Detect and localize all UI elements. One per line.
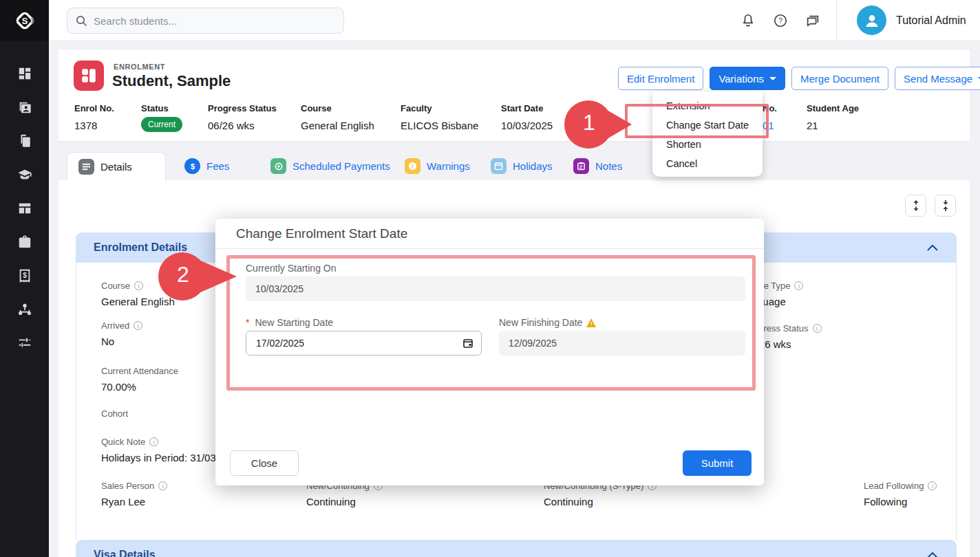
sidebar-item-finance[interactable]: $: [17, 268, 33, 283]
field-value: Continuing: [306, 496, 383, 507]
info-icon[interactable]: [158, 481, 167, 490]
variations-button[interactable]: Variations: [710, 67, 785, 90]
info-start-date: Start Date 10/03/2025: [501, 103, 553, 131]
tab-holidays[interactable]: Holidays: [491, 158, 553, 174]
info-icon[interactable]: [794, 281, 803, 290]
tab-label: Notes: [595, 160, 622, 172]
chevron-up-icon[interactable]: [926, 551, 939, 557]
sidebar-item-dashboard[interactable]: [17, 66, 33, 81]
chat-button[interactable]: [804, 12, 822, 30]
dashboard-icon: [17, 66, 32, 81]
sidebar-item-settings[interactable]: [17, 336, 33, 351]
details-icon: [78, 159, 94, 175]
enrolment-header: ENROLMENT Student, Sample Edit Enrolment…: [58, 50, 970, 142]
sidebar-item-agents[interactable]: [17, 234, 33, 250]
field-label: Cohort: [101, 408, 128, 419]
calendar-icon: [491, 158, 507, 174]
pages-icon: [17, 133, 32, 149]
tab-scheduled-payments[interactable]: Scheduled Payments: [270, 158, 390, 174]
merge-document-button[interactable]: Merge Document: [791, 67, 888, 90]
info-icon[interactable]: [134, 281, 143, 290]
visa-details-panel-header[interactable]: Visa Details: [76, 540, 957, 557]
send-message-button[interactable]: Send Message: [895, 67, 980, 90]
info-value: 21: [807, 120, 859, 131]
user-avatar[interactable]: [857, 6, 886, 35]
student-search[interactable]: [67, 8, 344, 34]
sidebar-item-documents[interactable]: [17, 133, 33, 149]
info-icon[interactable]: [928, 481, 937, 490]
info-label: Progress Status: [208, 103, 277, 113]
field-label: Arrived: [101, 320, 129, 331]
search-icon: [76, 15, 87, 27]
warning-icon: !: [405, 158, 420, 174]
field-label: Course: [101, 281, 130, 291]
modal-title: Change Enrolment Start Date: [236, 226, 407, 241]
change-start-date-modal: Change Enrolment Start Date Currently St…: [215, 219, 764, 485]
field-value: Following: [864, 496, 937, 507]
page-title: Student, Sample: [112, 72, 231, 90]
user-name[interactable]: Tutorial Admin: [896, 14, 966, 27]
scheduled-payments-icon: [270, 158, 286, 174]
info-icon[interactable]: [134, 321, 142, 330]
tab-warnings[interactable]: ! Warnings: [405, 158, 470, 174]
tab-fees[interactable]: $ Fees: [184, 158, 229, 174]
enrolment-entity-icon: [74, 61, 104, 91]
annotation-highlight-box-1: [625, 104, 769, 138]
sidebar-item-marketing[interactable]: [17, 302, 33, 317]
app-logo[interactable]: S: [0, 0, 49, 41]
info-progress-status: Progress Status 06/26 wks: [208, 103, 277, 131]
info-faculty: Faculty ELICOS Bisbane: [401, 103, 478, 131]
layout-icon: [17, 201, 32, 216]
collapse-all-button[interactable]: [935, 195, 956, 217]
sliders-icon: [17, 336, 32, 351]
chevron-up-icon[interactable]: [926, 244, 939, 252]
tab-details[interactable]: Details: [67, 152, 166, 180]
search-input[interactable]: [94, 15, 328, 27]
help-button[interactable]: ?: [771, 12, 789, 30]
annotation-arrow-1: 1: [563, 99, 644, 150]
info-label: Start Date: [501, 103, 553, 113]
sidebar-item-classes[interactable]: [17, 201, 33, 216]
field-lead-following: Lead Following Following: [864, 481, 937, 507]
expand-all-button[interactable]: [905, 195, 926, 217]
field-current-attendance: Current Attendance 70.00%: [101, 366, 178, 393]
tab-label: Holidays: [513, 160, 553, 172]
money-icon: $: [17, 268, 32, 283]
info-icon[interactable]: [149, 437, 158, 446]
panel-title: Visa Details: [94, 549, 156, 557]
svg-text:$: $: [190, 162, 194, 171]
sidebar-item-courses[interactable]: [17, 167, 33, 182]
tab-notes[interactable]: Notes: [573, 158, 622, 174]
info-value: ELICOS Bisbane: [401, 120, 478, 131]
edit-enrolment-button[interactable]: Edit Enrolment: [618, 67, 703, 90]
briefcase-icon: [17, 234, 32, 250]
info-icon[interactable]: [813, 324, 822, 333]
topbar-divider: [836, 0, 837, 41]
svg-text:!: !: [412, 162, 414, 170]
brand-logo-icon: S: [13, 9, 36, 32]
tab-label: Warnings: [427, 160, 470, 172]
notifications-button[interactable]: [739, 12, 757, 30]
svg-text:?: ?: [778, 17, 782, 25]
tab-label: Fees: [206, 160, 229, 172]
chevron-down-icon: [769, 77, 776, 80]
submit-button[interactable]: Submit: [683, 450, 752, 476]
field-value: Ryan Lee: [101, 496, 167, 507]
sidebar-item-students[interactable]: [17, 100, 33, 115]
info-label: Enrol No.: [74, 103, 114, 113]
menu-item-cancel[interactable]: Cancel: [652, 154, 763, 173]
bell-icon: [741, 13, 756, 28]
entity-type-label: ENROLMENT: [114, 63, 165, 71]
sidebar-nav: $: [0, 41, 49, 557]
enrolment-icon: [80, 67, 98, 85]
field-label: Quick Note: [101, 437, 145, 447]
svg-text:S: S: [21, 16, 28, 26]
close-button[interactable]: Close: [230, 450, 299, 476]
field-value: Continuing: [544, 496, 657, 507]
info-label: Faculty: [401, 103, 478, 113]
tab-label: Scheduled Payments: [292, 160, 390, 172]
app-window: S ?: [0, 0, 980, 557]
info-value: 1378: [74, 120, 114, 131]
info-label: Course: [301, 103, 374, 113]
header-actions: Edit Enrolment Variations Merge Document…: [618, 67, 980, 90]
